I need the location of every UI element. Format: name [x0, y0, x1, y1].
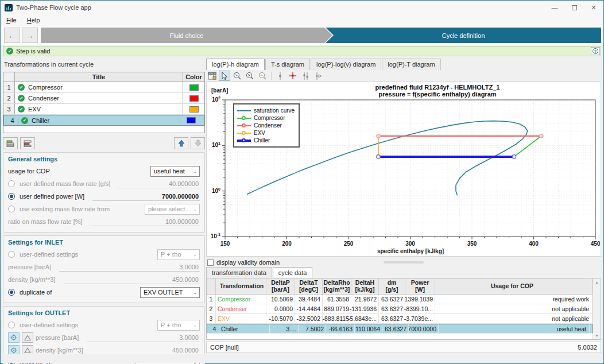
menu-file[interactable]: File	[6, 17, 17, 24]
wizard-step-cycle-definition[interactable]: Cycle definition	[326, 28, 601, 43]
delta-icon	[24, 347, 31, 354]
wizard-back-button[interactable]: ←	[4, 28, 20, 43]
table-row-condenser[interactable]: 2 ✓Condenser	[3, 93, 204, 104]
usage-for-cop-select[interactable]: useful heat⌄	[150, 166, 200, 177]
valid-check-icon: ✓	[18, 84, 25, 91]
outlet-pressure-delta-button[interactable]	[22, 332, 33, 343]
color-cell[interactable]	[183, 82, 204, 92]
inlet-duplicate-label: duplicate of	[20, 289, 52, 296]
status-bar: ✓ Step is valid ?	[3, 46, 601, 56]
mass-flow-radio[interactable]	[8, 180, 15, 187]
zoom-region-icon	[233, 72, 242, 80]
wizard-step-label: Cycle definition	[442, 32, 485, 39]
cycle-row-compressor[interactable]: 1 Compressor 10.5069 39.4484 61.3558 21.…	[207, 295, 593, 304]
chevron-down-icon: ⌄	[191, 169, 197, 174]
power-radio[interactable]	[8, 193, 15, 200]
tab-transformation-data[interactable]: transformation data	[206, 267, 272, 278]
outlet-user-defined-radio[interactable]	[8, 322, 15, 328]
toolbar-separator	[271, 72, 272, 80]
mass-flow-input[interactable]: 40.000000	[118, 179, 200, 188]
color-cell[interactable]	[183, 93, 204, 103]
wizard-forward-button[interactable]: →	[22, 28, 38, 43]
splitter-handle[interactable]	[384, 261, 424, 264]
row-number: 3	[3, 104, 15, 114]
table-row-compressor[interactable]: 1 ✓Compressor	[3, 82, 204, 93]
outlet-user-defined-label: user-defined settings	[20, 322, 78, 328]
zoom-reset-button[interactable]	[244, 71, 255, 81]
color-swatch	[187, 117, 196, 123]
add-transformation-button[interactable]	[3, 137, 18, 149]
color-cell[interactable]	[183, 104, 204, 114]
outlet-density-input[interactable]: 450.0000	[91, 346, 200, 355]
pointer-tool-button[interactable]	[219, 71, 230, 81]
outlet-mode-select[interactable]: P + rho⌄	[157, 320, 200, 331]
existing-mass-flow-select[interactable]: please select...⌄	[145, 204, 200, 215]
valid-check-icon: ✓	[6, 48, 13, 55]
marker-pair-icon	[302, 72, 309, 80]
pointer-icon	[221, 72, 228, 80]
inlet-pressure-input[interactable]: 3.0000	[59, 262, 200, 272]
transformation-title: Compressor	[28, 84, 63, 91]
marker-play-tool-button[interactable]	[312, 71, 324, 81]
existing-mass-flow-radio[interactable]	[8, 206, 15, 212]
move-up-button[interactable]	[174, 137, 188, 149]
tab-t-s-diagram[interactable]: T-s diagram	[265, 59, 310, 70]
transformation-title: Condenser	[28, 95, 59, 102]
marker-tool-button[interactable]	[274, 71, 286, 81]
tab-logp-h-diagram[interactable]: log(P)-h diagram	[206, 59, 265, 70]
cycle-row-exv[interactable]: 3 EXV -10.5070 -32.5002 -883.8115 -5.684…	[207, 314, 593, 324]
zoom-region-button[interactable]	[231, 71, 243, 81]
menu-help[interactable]: Help	[27, 17, 40, 24]
transformation-title: Chiller	[32, 117, 49, 124]
marker-pair-tool-button[interactable]	[300, 71, 311, 81]
maximize-button[interactable]	[564, 1, 584, 14]
transformation-name: Compressor	[216, 295, 266, 304]
transformation-buttons	[3, 137, 205, 149]
minimize-button[interactable]: —	[545, 1, 564, 14]
row-number: 1	[3, 82, 15, 92]
legend-label: EXV	[254, 130, 265, 136]
transformation-name: Condenser	[216, 304, 266, 313]
table-row-chiller[interactable]: 4 ✓Chiller	[3, 115, 204, 126]
validity-checkbox[interactable]	[207, 260, 214, 266]
wizard-step-fluid-choice[interactable]: Fluid choice	[41, 28, 332, 43]
scroll-down-icon[interactable]: ▼	[593, 332, 601, 339]
tab-cycle-data[interactable]: cycle data	[273, 267, 313, 278]
inlet-duplicate-radio[interactable]	[8, 289, 15, 296]
scroll-up-icon[interactable]: ▲	[593, 278, 601, 286]
svg-text:101: 101	[212, 141, 220, 148]
inlet-mode-select[interactable]: P + rho⌄	[157, 249, 200, 260]
tab-logp-t-diagram[interactable]: log(P)-T diagram	[382, 59, 440, 70]
color-cell[interactable]	[180, 117, 202, 123]
tab-logp-logv-diagram[interactable]: log(P)-log(v) diagram	[311, 59, 381, 70]
outlet-mode-value: P + rho	[161, 322, 181, 328]
title-bar: Two-Phase Flow cycle app — ✕	[1, 1, 603, 14]
svg-text:specific enthalpy [kJ/kg]: specific enthalpy [kJ/kg]	[377, 248, 444, 254]
close-button[interactable]: ✕	[584, 1, 603, 14]
zoom-in-button[interactable]	[257, 71, 268, 81]
svg-text:450: 450	[591, 241, 601, 247]
move-down-button[interactable]	[191, 137, 205, 149]
help-button[interactable]: ?	[591, 47, 600, 55]
row-number: 2	[3, 93, 15, 103]
outlet-pressure-input[interactable]: 3.0000	[87, 333, 200, 342]
cycle-row-chiller[interactable]: 4 Chiller 3.... 7.5002 -66.6163 110.0064…	[207, 324, 593, 334]
marker-icon	[277, 72, 283, 80]
validity-label: display validity domain	[216, 259, 280, 266]
table-row-exv[interactable]: 3 ✓EXV	[3, 104, 204, 115]
outlet-pressure-target-button[interactable]	[8, 332, 20, 343]
ratio-input[interactable]: 100.000000	[91, 217, 200, 226]
inlet-user-defined-radio[interactable]	[8, 251, 15, 258]
inlet-duplicate-select[interactable]: EXV OUTLET⌄	[140, 287, 200, 298]
svg-text:100: 100	[212, 187, 220, 194]
power-input[interactable]: 7000.000000	[92, 192, 200, 201]
chart-panel[interactable]: 15020025030035040045010-1100101102predef…	[206, 82, 601, 257]
legend-label: Chiller	[254, 137, 270, 144]
legend-marker-icon	[242, 123, 246, 127]
crosshair-tool-button[interactable]	[287, 71, 299, 81]
cycle-row-condenser[interactable]: 2 Condenser 0.0000 -14.4484 889.0719 -13…	[207, 304, 593, 314]
chart-options-button[interactable]	[206, 71, 218, 81]
table-scrollbar[interactable]: ▲ ▼	[593, 278, 601, 339]
inlet-density-input[interactable]: 450.0000	[64, 275, 200, 284]
remove-transformation-button[interactable]	[20, 137, 35, 149]
